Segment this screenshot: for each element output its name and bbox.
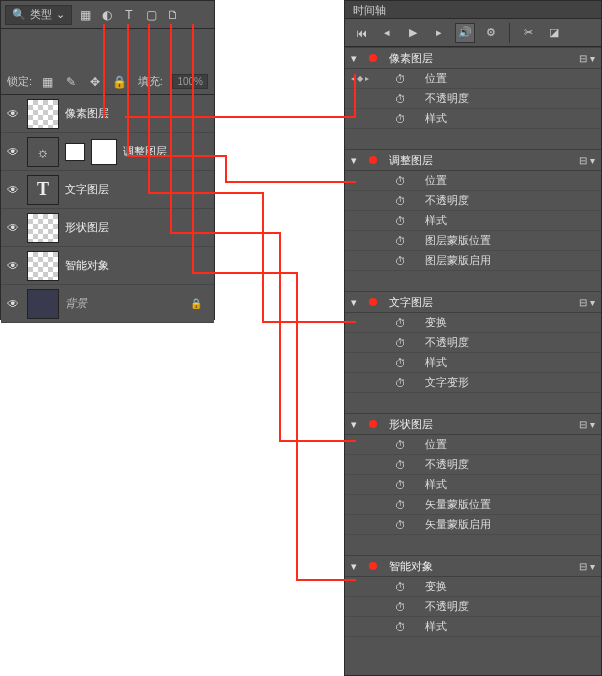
property-name: 样式 [425,477,447,492]
video-menu-icon[interactable]: ⊟ ▾ [579,155,595,166]
timeline-group-name: 形状图层 [389,417,433,432]
lock-paint-icon[interactable]: ✎ [62,73,80,91]
filter-smart-icon[interactable]: 🗋 [164,6,182,24]
filter-shape-icon[interactable]: ▢ [142,6,160,24]
timeline-group-header[interactable]: ▾ 形状图层 ⊟ ▾ [345,413,601,435]
timeline-property-row[interactable]: ⏱ 不透明度 [345,89,601,109]
property-name: 文字变形 [425,375,469,390]
visibility-toggle[interactable]: 👁 [5,107,21,121]
next-frame-button[interactable]: ▸ [429,23,449,43]
stopwatch-icon[interactable]: ⏱ [385,459,415,471]
filter-type-select[interactable]: 🔍 类型 ⌄ [5,5,72,25]
timeline-property-row[interactable]: ⏱ 矢量蒙版位置 [345,495,601,515]
stopwatch-icon[interactable]: ⏱ [385,235,415,247]
stopwatch-icon[interactable]: ⏱ [385,215,415,227]
filter-pixel-icon[interactable]: ▦ [76,6,94,24]
timeline-group-header[interactable]: ▾ 智能对象 ⊟ ▾ [345,555,601,577]
timeline-property-row[interactable]: ⏱ 样式 [345,109,601,129]
transition-button[interactable]: ◪ [544,23,564,43]
timeline-property-row[interactable]: ⏱ 不透明度 [345,597,601,617]
disclosure-icon[interactable]: ▾ [351,560,357,573]
layer-row[interactable]: 👁形状图层 [1,209,214,247]
filter-text-icon[interactable]: T [120,6,138,24]
timeline-property-row[interactable]: ⏱ 位置 [345,435,601,455]
stopwatch-icon[interactable]: ⏱ [385,519,415,531]
disclosure-icon[interactable]: ▾ [351,296,357,309]
stopwatch-icon[interactable]: ⏱ [385,195,415,207]
video-menu-icon[interactable]: ⊟ ▾ [579,297,595,308]
stopwatch-icon[interactable]: ⏱ [385,73,415,85]
lock-move-icon[interactable]: ✥ [86,73,104,91]
stopwatch-icon[interactable]: ⏱ [385,439,415,451]
timeline-group-header[interactable]: ▾ 调整图层 ⊟ ▾ [345,149,601,171]
split-button[interactable]: ✂ [518,23,538,43]
layer-filter-row: 🔍 类型 ⌄ ▦ ◐ T ▢ 🗋 [1,1,214,29]
stopwatch-icon[interactable]: ⏱ [385,377,415,389]
layer-name-label: 背景 [65,296,87,311]
timeline-property-row[interactable]: ⏱ 样式 [345,211,601,231]
stopwatch-icon[interactable]: ⏱ [385,255,415,267]
stopwatch-icon[interactable]: ⏱ [385,357,415,369]
timeline-property-row[interactable]: ⏱ 样式 [345,617,601,637]
timeline-group-header[interactable]: ▾ 文字图层 ⊟ ▾ [345,291,601,313]
visibility-toggle[interactable]: 👁 [5,183,21,197]
layer-row[interactable]: 👁像素图层 [1,95,214,133]
prev-frame-button[interactable]: ◂ [377,23,397,43]
settings-button[interactable]: ⚙ [481,23,501,43]
timeline-property-row[interactable]: ⏱ 不透明度 [345,191,601,211]
timeline-group-name: 像素图层 [389,51,433,66]
lock-all-icon[interactable]: 🔒 [110,73,128,91]
layer-row[interactable]: 👁背景🔒 [1,285,214,323]
timeline-property-row[interactable]: ⏱ 变换 [345,313,601,333]
layer-row[interactable]: 👁☼调整图层 [1,133,214,171]
property-name: 位置 [425,437,447,452]
timeline-property-row[interactable]: ⏱ 变换 [345,577,601,597]
property-name: 不透明度 [425,335,469,350]
layer-row[interactable]: 👁智能对象 [1,247,214,285]
stopwatch-icon[interactable]: ⏱ [385,581,415,593]
timeline-property-row[interactable]: ◂ ◆ ▸ ⏱ 位置 [345,69,601,89]
keyframe-nav[interactable]: ◂ ◆ ▸ [345,74,375,83]
timeline-property-row[interactable]: ⏱ 文字变形 [345,373,601,393]
property-name: 样式 [425,355,447,370]
video-menu-icon[interactable]: ⊟ ▾ [579,53,595,64]
annotation-dot [369,54,377,62]
visibility-toggle[interactable]: 👁 [5,259,21,273]
layer-link-icon [65,143,85,161]
video-menu-icon[interactable]: ⊟ ▾ [579,419,595,430]
timeline-property-row[interactable]: ⏱ 矢量蒙版启用 [345,515,601,535]
stopwatch-icon[interactable]: ⏱ [385,621,415,633]
disclosure-icon[interactable]: ▾ [351,52,357,65]
timeline-property-row[interactable]: ⏱ 不透明度 [345,333,601,353]
video-menu-icon[interactable]: ⊟ ▾ [579,561,595,572]
disclosure-icon[interactable]: ▾ [351,154,357,167]
timeline-property-row[interactable]: ⏱ 位置 [345,171,601,191]
lock-label: 锁定: [7,74,32,89]
timeline-property-row[interactable]: ⏱ 图层蒙版启用 [345,251,601,271]
stopwatch-icon[interactable]: ⏱ [385,601,415,613]
timeline-property-row[interactable]: ⏱ 样式 [345,353,601,373]
stopwatch-icon[interactable]: ⏱ [385,317,415,329]
layer-thumb [27,213,59,243]
visibility-toggle[interactable]: 👁 [5,145,21,159]
timeline-property-row[interactable]: ⏱ 样式 [345,475,601,495]
visibility-toggle[interactable]: 👁 [5,297,21,311]
stopwatch-icon[interactable]: ⏱ [385,499,415,511]
visibility-toggle[interactable]: 👁 [5,221,21,235]
play-button[interactable]: ▶ [403,23,423,43]
stopwatch-icon[interactable]: ⏱ [385,175,415,187]
disclosure-icon[interactable]: ▾ [351,418,357,431]
stopwatch-icon[interactable]: ⏱ [385,479,415,491]
filter-adjust-icon[interactable]: ◐ [98,6,116,24]
lock-transparent-icon[interactable]: ▦ [38,73,56,91]
stopwatch-icon[interactable]: ⏱ [385,337,415,349]
stopwatch-icon[interactable]: ⏱ [385,93,415,105]
timeline-group-header[interactable]: ▾ 像素图层 ⊟ ▾ [345,47,601,69]
fill-value[interactable]: 100% [172,74,208,89]
stopwatch-icon[interactable]: ⏱ [385,113,415,125]
audio-button[interactable]: 🔊 [455,23,475,43]
timeline-property-row[interactable]: ⏱ 不透明度 [345,455,601,475]
layer-row[interactable]: 👁T文字图层 [1,171,214,209]
go-start-button[interactable]: ⏮ [351,23,371,43]
timeline-property-row[interactable]: ⏱ 图层蒙版位置 [345,231,601,251]
